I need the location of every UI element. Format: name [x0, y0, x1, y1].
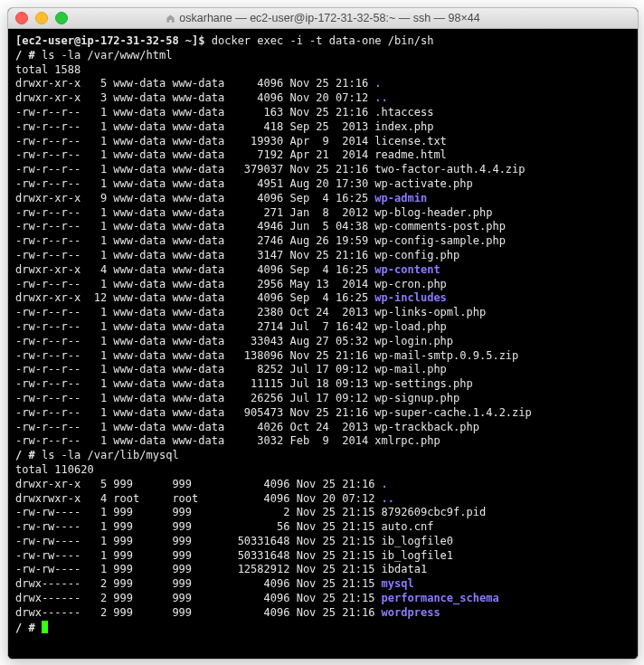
ls-row: -rw-r--r-- 1 www-data www-data 7192 Apr …: [15, 148, 630, 163]
file-name: two-factor-auth.4.4.zip: [374, 163, 525, 176]
file-name: wp-config-sample.php: [374, 234, 506, 247]
prompt-line: / # ls -la /var/lib/mysql: [15, 449, 630, 463]
ls-row: -rw-r--r-- 1 www-data www-data 3147 Nov …: [15, 249, 630, 263]
ls-row: -rw-r--r-- 1 www-data www-data 3032 Feb …: [15, 434, 630, 449]
file-name: auto.cnf: [382, 520, 434, 533]
file-name: wp-login.php: [374, 335, 453, 347]
file-name: wp-links-opml.php: [374, 306, 486, 318]
prompt-line: / #: [15, 621, 630, 636]
file-name: index.php: [374, 120, 433, 133]
file-name: performance_schema: [382, 592, 499, 604]
file-name: wp-includes: [374, 291, 446, 304]
file-name: wp-load.php: [374, 320, 446, 333]
file-name: ib_logfile1: [382, 549, 453, 562]
window-title-text: oskarhane — ec2-user@ip-172-31-32-58:~ —…: [179, 12, 479, 24]
ls-row: -rw-r--r-- 1 www-data www-data 905473 No…: [15, 406, 630, 421]
ls-row: drwx------ 2 999 999 4096 Nov 25 21:16 w…: [15, 606, 630, 621]
file-name: ..: [382, 492, 394, 505]
file-name: wp-settings.php: [374, 377, 472, 390]
file-name: wp-signup.php: [374, 392, 459, 404]
home-icon: [166, 14, 175, 24]
ls-row: -rw-rw---- 1 999 999 50331648 Nov 25 21:…: [15, 535, 630, 549]
file-name: wp-trackback.php: [374, 421, 479, 433]
window-controls: [15, 12, 68, 24]
total-line: total 1588: [15, 63, 630, 78]
file-name: wp-admin: [374, 192, 427, 204]
ls-row: -rw-r--r-- 1 www-data www-data 2956 May …: [15, 278, 630, 292]
titlebar: oskarhane — ec2-user@ip-172-31-32-58:~ —…: [8, 8, 638, 29]
file-name: .: [374, 77, 381, 90]
file-name: mysql: [382, 577, 414, 590]
ls-row: -rw-r--r-- 1 www-data www-data 19930 Apr…: [15, 135, 630, 149]
file-name: readme.html: [374, 148, 446, 161]
file-name: wp-config.php: [374, 249, 459, 261]
prompt-line: / # ls -la /var/www/html: [15, 49, 630, 63]
ls-row: drwxr-xr-x 12 www-data www-data 4096 Sep…: [15, 291, 630, 306]
minimize-icon[interactable]: [35, 12, 48, 24]
file-name: xmlrpc.php: [374, 434, 440, 447]
ls-row: -rw-r--r-- 1 www-data www-data 4026 Oct …: [15, 421, 630, 435]
ls-row: drwxr-xr-x 3 www-data www-data 4096 Nov …: [15, 91, 630, 106]
file-name: wordpress: [382, 606, 440, 619]
file-name: wp-mail.php: [374, 363, 446, 375]
file-name: ..: [374, 91, 387, 104]
ls-row: -rw-r--r-- 1 www-data www-data 26256 Jul…: [15, 392, 630, 406]
file-name: 8792609cbc9f.pid: [382, 506, 487, 518]
ls-row: drwxrwxr-x 4 root root 4096 Nov 20 07:12…: [15, 492, 630, 507]
file-name: wp-cron.php: [374, 278, 446, 290]
ls-row: -rw-r--r-- 1 www-data www-data 138096 No…: [15, 349, 630, 364]
ls-row: -rw-rw---- 1 999 999 2 Nov 25 21:15 8792…: [15, 506, 630, 520]
ls-row: -rw-rw---- 1 999 999 50331648 Nov 25 21:…: [15, 549, 630, 564]
cursor: [42, 621, 48, 633]
ls-row: -rw-r--r-- 1 www-data www-data 4951 Aug …: [15, 177, 630, 192]
ls-row: -rw-r--r-- 1 www-data www-data 271 Jan 8…: [15, 206, 630, 221]
ls-row: -rw-r--r-- 1 www-data www-data 418 Sep 2…: [15, 120, 630, 135]
file-name: wp-activate.php: [374, 177, 472, 190]
file-name: ibdata1: [382, 563, 428, 575]
ls-row: -rw-r--r-- 1 www-data www-data 163 Nov 2…: [15, 106, 630, 120]
file-name: wp-comments-post.php: [374, 220, 506, 233]
file-name: license.txt: [374, 135, 446, 147]
ls-row: -rw-r--r-- 1 www-data www-data 4946 Jun …: [15, 220, 630, 234]
file-name: wp-super-cache.1.4.2.zip: [374, 406, 531, 419]
file-name: .htaccess: [374, 106, 433, 119]
terminal-output[interactable]: [ec2-user@ip-172-31-32-58 ~]$ docker exe…: [8, 29, 638, 659]
ls-row: -rw-r--r-- 1 www-data www-data 379037 No…: [15, 163, 630, 177]
file-name: wp-content: [374, 263, 440, 276]
terminal-window: oskarhane — ec2-user@ip-172-31-32-58:~ —…: [7, 7, 639, 660]
total-line: total 110620: [15, 463, 630, 478]
ls-row: drwx------ 2 999 999 4096 Nov 25 21:15 p…: [15, 592, 630, 606]
file-name: wp-mail-smtp.0.9.5.zip: [374, 349, 518, 362]
ls-row: drwxr-xr-x 5 999 999 4096 Nov 25 21:16 .: [15, 478, 630, 492]
ls-row: -rw-rw---- 1 999 999 56 Nov 25 21:15 aut…: [15, 520, 630, 535]
prompt-line: [ec2-user@ip-172-31-32-58 ~]$ docker exe…: [15, 34, 630, 49]
ls-row: -rw-r--r-- 1 www-data www-data 2380 Oct …: [15, 306, 630, 320]
ls-row: -rw-r--r-- 1 www-data www-data 2746 Aug …: [15, 234, 630, 249]
file-name: ib_logfile0: [382, 535, 453, 547]
ls-row: drwxr-xr-x 4 www-data www-data 4096 Sep …: [15, 263, 630, 278]
ls-row: -rw-r--r-- 1 www-data www-data 11115 Jul…: [15, 377, 630, 392]
ls-row: drwx------ 2 999 999 4096 Nov 25 21:15 m…: [15, 577, 630, 592]
file-name: wp-blog-header.php: [374, 206, 492, 219]
ls-row: -rw-r--r-- 1 www-data www-data 2714 Jul …: [15, 320, 630, 335]
ls-row: -rw-r--r-- 1 www-data www-data 33043 Aug…: [15, 335, 630, 349]
file-name: .: [382, 478, 388, 490]
ls-row: drwxr-xr-x 9 www-data www-data 4096 Sep …: [15, 192, 630, 206]
zoom-icon[interactable]: [55, 12, 68, 24]
ls-row: -rw-rw---- 1 999 999 12582912 Nov 25 21:…: [15, 563, 630, 577]
window-title: oskarhane — ec2-user@ip-172-31-32-58:~ —…: [8, 12, 638, 24]
close-icon[interactable]: [15, 12, 28, 24]
ls-row: drwxr-xr-x 5 www-data www-data 4096 Nov …: [15, 77, 630, 91]
ls-row: -rw-r--r-- 1 www-data www-data 8252 Jul …: [15, 363, 630, 377]
